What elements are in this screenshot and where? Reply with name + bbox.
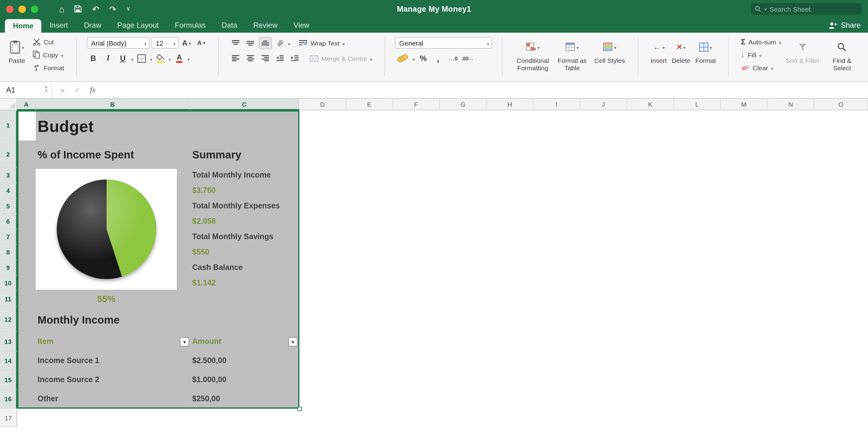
fill-caret[interactable] [759, 51, 761, 58]
delete-cells-caret[interactable] [683, 43, 685, 51]
autosum-button[interactable]: Σ Auto-sum [739, 35, 783, 48]
item-filter-button[interactable] [180, 337, 189, 346]
delete-cells-button[interactable]: × Delete [669, 35, 693, 65]
active-cell-a1[interactable] [17, 110, 36, 141]
save-icon[interactable] [74, 5, 82, 13]
align-left-button[interactable] [229, 52, 242, 64]
amount-filter-button[interactable] [288, 337, 298, 346]
format-cells-caret[interactable] [710, 43, 712, 51]
row-header-1[interactable]: 1 [0, 110, 17, 141]
font-color-dropdown-caret[interactable] [188, 55, 190, 62]
insert-function-icon[interactable]: fx [90, 85, 96, 95]
tab-insert[interactable]: Insert [41, 18, 76, 33]
tab-view[interactable]: View [285, 18, 317, 33]
row-header-10[interactable]: 10 [0, 275, 17, 291]
share-button[interactable]: Share [829, 18, 861, 33]
row-header-14[interactable]: 14 [0, 351, 17, 371]
spreadsheet[interactable]: A B C D E F G H I J K L M N O 1 2 3 4 5 … [0, 98, 868, 437]
column-header-l[interactable]: L [674, 98, 721, 110]
zoom-button[interactable] [31, 5, 38, 12]
autosum-caret[interactable] [779, 38, 781, 45]
column-header-h[interactable]: H [487, 98, 533, 110]
align-top-button[interactable] [229, 37, 242, 49]
formula-input[interactable] [103, 82, 868, 98]
copy-dropdown-caret[interactable] [61, 51, 63, 58]
selected-range-a1-c16[interactable]: Budget % of Income Spent Summary 55% Tot… [17, 110, 300, 409]
clear-caret[interactable] [771, 64, 773, 71]
align-right-button[interactable] [258, 52, 271, 64]
underline-button[interactable]: U [117, 52, 129, 64]
column-header-m[interactable]: M [721, 98, 768, 110]
paste-dropdown-caret[interactable] [22, 43, 24, 51]
percent-style-button[interactable]: % [417, 52, 430, 64]
column-header-k[interactable]: K [627, 98, 674, 110]
copy-button[interactable]: Copy [31, 48, 66, 61]
select-all-button[interactable] [0, 98, 17, 110]
row-header-3[interactable]: 3 [0, 168, 17, 183]
format-as-table-button[interactable]: Format as Table [553, 35, 592, 72]
decrease-font-size-button[interactable]: A▼ [195, 37, 208, 49]
name-box-stepper[interactable]: ▲▼ [45, 85, 48, 92]
row-header-4[interactable]: 4 [0, 183, 17, 199]
column-header-c[interactable]: C [190, 98, 300, 110]
comma-style-button[interactable]: , [432, 52, 444, 64]
wrap-text-dropdown-caret[interactable] [343, 39, 345, 47]
borders-dropdown-caret[interactable] [150, 55, 152, 62]
selection-fill-handle[interactable] [298, 407, 302, 411]
column-header-o[interactable]: O [814, 98, 868, 110]
font-color-button[interactable]: A [173, 52, 186, 64]
row-header-9[interactable]: 9 [0, 260, 17, 275]
pie-chart-container[interactable] [36, 169, 177, 290]
tab-page-layout[interactable]: Page Layout [110, 18, 167, 33]
number-format-select[interactable]: General [395, 37, 492, 49]
align-middle-button[interactable] [244, 37, 256, 49]
row-header-16[interactable]: 16 [0, 389, 17, 409]
search-scope-caret[interactable]: ∨ [764, 6, 767, 11]
increase-decimal-button[interactable]: ←.0 [446, 52, 459, 64]
toolbar-more-icon[interactable]: ∨ [126, 6, 130, 12]
cell-styles-caret[interactable] [614, 43, 616, 51]
increase-indent-button[interactable] [288, 52, 301, 64]
redo-icon[interactable]: ↷ [109, 5, 116, 13]
decrease-indent-button[interactable] [273, 52, 286, 64]
row-header-2[interactable]: 2 [0, 141, 17, 168]
orientation-dropdown-caret[interactable] [288, 39, 290, 47]
merge-centre-dropdown-caret[interactable] [370, 55, 372, 62]
font-size-select[interactable]: 12 [152, 37, 179, 49]
search-box[interactable]: ∨ [751, 3, 862, 15]
insert-cells-caret[interactable] [662, 43, 665, 51]
close-button[interactable] [6, 5, 13, 12]
borders-button[interactable] [135, 52, 148, 64]
clear-button[interactable]: Clear [739, 61, 783, 74]
find-select-button[interactable]: Find & Select [823, 35, 862, 72]
search-input[interactable] [769, 5, 858, 12]
tab-draw[interactable]: Draw [76, 18, 110, 33]
undo-icon[interactable]: ↶ [92, 5, 99, 13]
tab-review[interactable]: Review [245, 18, 285, 33]
cut-button[interactable]: Cut [31, 35, 66, 48]
row-header-7[interactable]: 7 [0, 229, 17, 245]
paste-button[interactable]: Paste [6, 35, 28, 65]
format-as-table-caret[interactable] [577, 43, 579, 51]
accounting-format-button[interactable] [395, 52, 411, 64]
column-header-i[interactable]: I [533, 98, 580, 110]
merge-centre-button[interactable]: Merge & Centre [308, 52, 374, 65]
increase-font-size-button[interactable]: A▲ [181, 37, 193, 49]
fill-color-button[interactable] [154, 52, 167, 64]
decrease-decimal-button[interactable]: .00→ [461, 52, 474, 64]
income-spent-pie-chart[interactable] [54, 177, 159, 282]
column-header-f[interactable]: F [393, 98, 440, 110]
font-name-select[interactable]: Arial (Body) [87, 37, 150, 49]
column-header-j[interactable]: J [580, 98, 627, 110]
insert-cells-button[interactable]: ← Insert [648, 35, 669, 65]
cancel-icon[interactable]: × [60, 85, 65, 95]
sort-filter-button[interactable]: Sort & Filter [783, 35, 823, 65]
column-header-n[interactable]: N [768, 98, 814, 110]
fill-color-dropdown-caret[interactable] [169, 55, 171, 62]
tab-data[interactable]: Data [214, 18, 246, 33]
row-header-12[interactable]: 12 [0, 307, 17, 331]
format-cells-button[interactable]: Format [693, 35, 719, 65]
format-painter-button[interactable]: Format [31, 61, 66, 74]
row-header-17[interactable]: 17 [0, 409, 17, 427]
home-icon[interactable]: ⌂ [59, 5, 64, 13]
